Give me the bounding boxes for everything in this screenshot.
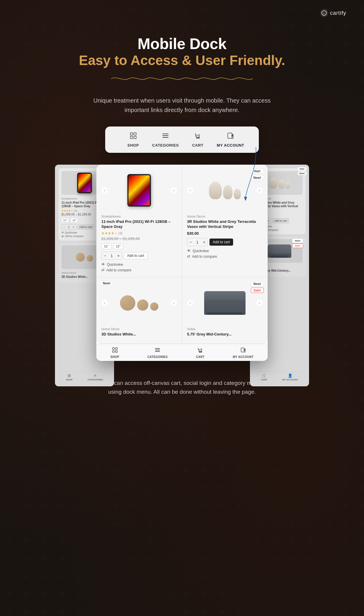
- product-panel: ‹ › Smartphones 11-inch iPad Pro (2021) …: [96, 165, 268, 361]
- woven-product-image: [120, 295, 158, 311]
- vases-action-links: 👁 Quickview ⇄ Add to compare: [187, 249, 263, 259]
- ipad-next-arrow[interactable]: ›: [170, 187, 177, 194]
- panel-dock-categories[interactable]: CATEGORIES: [147, 347, 168, 359]
- ipad-product-name: 11-inch iPad Pro (2021) Wi-Fi 128GB – Sp…: [101, 219, 177, 229]
- sofa-product-image: [204, 291, 246, 315]
- vases-qty-plus[interactable]: +: [201, 238, 207, 246]
- ghost-dock-right: 🛒 CART 👤 MY ACCOUNT: [254, 371, 306, 383]
- dock-categories-label: CATEGORIES: [152, 143, 179, 147]
- ghost-qty-control: − 1 +: [61, 224, 76, 230]
- cartify-logo-icon: c: [320, 9, 328, 17]
- ghost-dock-myaccount[interactable]: 👤 MY ACCOUNT: [282, 373, 298, 381]
- vases-badge-group: Hot! New!: [251, 168, 264, 180]
- panel-dock-my-account[interactable]: MY ACCOUNT: [233, 347, 254, 359]
- panel-dock-shop[interactable]: SHOP: [110, 347, 119, 359]
- ipad-qty-minus[interactable]: −: [102, 252, 108, 260]
- ghost-cart-label: CART: [261, 378, 267, 381]
- bottom-description: You can access off-canvas cart, social l…: [96, 379, 268, 397]
- dock-cart-label: CART: [192, 143, 203, 147]
- logo-text: cartify: [330, 10, 346, 16]
- dock-shop[interactable]: SHOP: [120, 132, 147, 147]
- vases-prev-arrow[interactable]: ‹: [187, 187, 194, 194]
- woven-image-area: ‹ ›: [101, 282, 177, 324]
- panel-categories-label: CATEGORIES: [147, 355, 168, 359]
- categories-icon: [162, 132, 169, 141]
- ghost-qty-minus[interactable]: −: [62, 224, 66, 230]
- svg-rect-5: [134, 136, 136, 139]
- dock-cart[interactable]: CART: [184, 132, 211, 147]
- vases-quickview-link[interactable]: 👁 Quickview: [187, 249, 263, 253]
- ghost-qty-plus[interactable]: +: [71, 224, 76, 230]
- sofa-prev-arrow[interactable]: ‹: [187, 300, 194, 306]
- shop-icon: [129, 132, 137, 141]
- ghost-myaccount-label: MY ACCOUNT: [282, 378, 298, 381]
- svg-rect-15: [116, 348, 117, 349]
- ghost-badge-hot: Hot!: [298, 167, 307, 171]
- ghost-dock-shop[interactable]: ⊞ SHOP: [66, 373, 73, 381]
- ghost-badge-new: New!: [298, 171, 307, 175]
- ipad-compare-link[interactable]: ⇄ Add to compare: [101, 268, 177, 272]
- ipad-review-count: (3): [118, 231, 122, 235]
- vases-compare-link[interactable]: ⇄ Add to compare: [187, 254, 263, 259]
- ghost-myaccount-icon: 👤: [288, 373, 292, 378]
- panel-dock-cart[interactable]: CART: [196, 347, 204, 359]
- ipad-quickview-link[interactable]: 👁 Quickview: [101, 262, 177, 267]
- ipad-price: $1,099.00 – $1,299.00: [101, 236, 177, 241]
- vases-product-image: [209, 181, 241, 199]
- ghost-dock-categories[interactable]: ≡ CATEGORIES: [87, 373, 103, 381]
- ghost-dock-cart[interactable]: 🛒 CART: [261, 373, 267, 381]
- svg-rect-2: [130, 133, 133, 135]
- vases-qty-minus[interactable]: −: [187, 238, 194, 246]
- ghost-vases-add-cart[interactable]: Add to cart: [272, 218, 289, 223]
- ipad-prev-arrow[interactable]: ‹: [101, 187, 108, 194]
- ghost-size-11[interactable]: 11": [61, 218, 69, 223]
- top-dock-bar: SHOP CATEGORIES CART: [105, 127, 259, 153]
- woven-next-arrow[interactable]: ›: [170, 300, 177, 306]
- woven-prev-arrow[interactable]: ‹: [101, 300, 108, 306]
- subtitle-text: Unique treatment when users visit throug…: [93, 96, 271, 115]
- vases-quickview-label: Quickview: [193, 249, 209, 253]
- vases-category: Home Decor: [187, 215, 263, 218]
- ipad-stars: ★★★★☆ (3): [101, 231, 177, 235]
- vases-add-to-cart-btn[interactable]: Add to cart: [209, 239, 233, 246]
- dock-categories[interactable]: CATEGORIES: [152, 132, 179, 147]
- ipad-category: Smartphones: [101, 215, 177, 218]
- product-grid: ‹ › Smartphones 11-inch iPad Pro (2021) …: [96, 165, 268, 344]
- sofa-next-arrow[interactable]: ›: [256, 300, 263, 306]
- vases-add-to-cart-row: − 1 + Add to cart: [187, 238, 263, 246]
- product-card-woven: New! ‹ › Home Decor 3D Studios White...: [96, 277, 182, 344]
- cart-icon: [194, 132, 202, 141]
- my-account-icon: [227, 132, 234, 141]
- vases-compare-icon: ⇄: [187, 254, 190, 259]
- ipad-action-links: 👁 Quickview ⇄ Add to compare: [101, 262, 177, 272]
- dock-my-account-label: MY ACCOUNT: [217, 143, 244, 147]
- ipad-add-to-cart-btn[interactable]: Add to cart: [124, 252, 147, 259]
- sofa-category: Sofas: [187, 327, 263, 331]
- wave-divider: [111, 76, 253, 83]
- ipad-qty-plus[interactable]: +: [115, 252, 122, 260]
- ghost-add-to-cart[interactable]: Add to cart: [77, 225, 94, 229]
- vases-product-name: 3R Studios White and Grey Terracotta Vas…: [187, 219, 263, 229]
- ghost-qty-num: 1: [66, 224, 71, 230]
- sofa-product-name: 5.75' Grey Mid-Century...: [187, 332, 263, 337]
- dock-my-account[interactable]: MY ACCOUNT: [217, 132, 244, 147]
- product-card-vases: Hot! New! ‹ › Home Decor 3R Studios Whit: [182, 165, 268, 277]
- ghost-size-12[interactable]: 12": [71, 218, 78, 223]
- product-card-sofa: New! Sale! ‹ › Sofas 5.75' Grey Mid-Cent…: [182, 277, 268, 344]
- woven-category: Home Decor: [101, 327, 177, 331]
- panel-shop-icon: [112, 347, 118, 354]
- ipad-size-options: 11" 12": [101, 243, 177, 249]
- vases-compare-label: Add to compare: [192, 254, 217, 259]
- svg-rect-3: [134, 133, 136, 135]
- panel-cart-label: CART: [196, 355, 204, 359]
- vases-hot-badge: Hot!: [251, 168, 264, 174]
- svg-rect-14: [113, 348, 114, 349]
- main-title: Mobile Dock Easy to Access & User Friend…: [79, 35, 285, 69]
- logo-area: c cartify: [320, 9, 346, 17]
- ipad-quickview-label: Quickview: [107, 262, 123, 267]
- dock-shop-label: SHOP: [127, 143, 139, 147]
- ipad-size-12[interactable]: 12": [113, 243, 123, 249]
- ipad-size-11[interactable]: 11": [101, 243, 111, 249]
- page-wrapper: c cartify Mobile Dock Easy to Access & U…: [0, 0, 364, 420]
- vases-next-arrow[interactable]: ›: [256, 187, 263, 194]
